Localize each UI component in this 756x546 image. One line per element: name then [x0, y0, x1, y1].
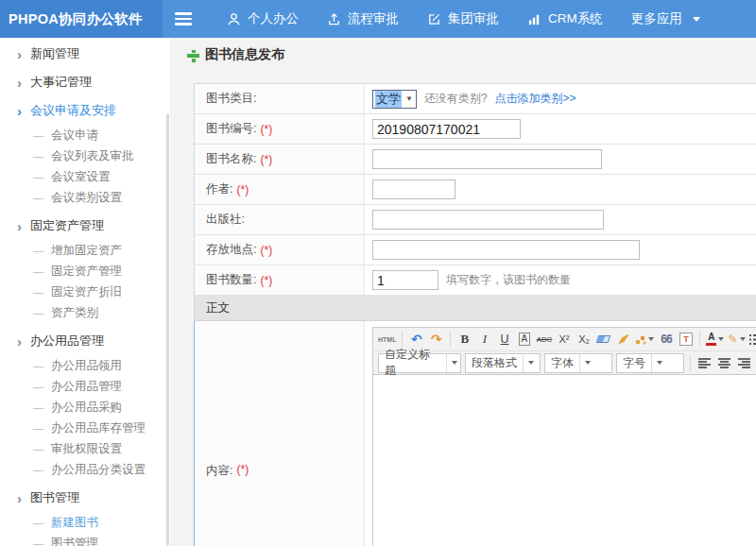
pagebreak-button[interactable]: T [677, 330, 695, 349]
location-input[interactable] [372, 240, 640, 260]
font-size-select[interactable]: 字号 [616, 353, 684, 373]
form-row-location: 存放地点: (*) [195, 235, 756, 265]
align-left-button[interactable] [696, 353, 713, 372]
book-form: 图书类目: 文学 ▼ 还没有类别? 点击添加类别>> 图书编号: (*) [194, 83, 756, 546]
paragraph-format-select[interactable]: 段落格式 [465, 353, 541, 373]
sidebar-item-supplies-classify[interactable]: — 办公用品分类设置 [0, 459, 170, 480]
marker-pen-icon: ✎ [728, 333, 737, 346]
align-center-button[interactable] [715, 353, 733, 372]
redo-button[interactable]: ↷ [427, 330, 445, 349]
nav-process-approval[interactable]: 流程审批 [327, 10, 399, 27]
sidebar-item-supplies-manage[interactable]: — 办公用品管理 [0, 376, 170, 397]
underline-button[interactable]: U [495, 330, 513, 349]
sidebar-item-supplies-purchase[interactable]: — 办公用品采购 [0, 397, 170, 418]
dash-icon: — [33, 286, 43, 298]
nav-label: 个人办公 [248, 10, 299, 27]
sidebar-group-meeting[interactable]: › 会议申请及安排 [0, 96, 170, 125]
sidebar-group-news[interactable]: › 新闻管理 [0, 40, 170, 68]
book-number-input[interactable] [372, 119, 521, 139]
user-icon [227, 12, 241, 26]
author-input[interactable] [372, 179, 455, 199]
align-right-button[interactable] [735, 353, 753, 372]
sidebar-item-supplies-inventory[interactable]: — 办公用品库存管理 [0, 418, 170, 438]
category-select[interactable]: 文学 ▼ [372, 90, 417, 109]
brush-icon [618, 334, 629, 345]
form-row-book-name: 图书名称: (*) [195, 145, 756, 175]
undo-button[interactable]: ↶ [407, 330, 425, 349]
editor-toolbar-row2: 自定义标题 段落格式 字体 字号 [373, 351, 756, 375]
sidebar-item-book-manage[interactable]: — 图书管理 [0, 533, 170, 546]
sidebar-scrollbar[interactable] [166, 113, 169, 546]
field-label: 作者: [206, 181, 232, 197]
field-label: 内容: [206, 463, 232, 479]
form-row-book-number: 图书编号: (*) [195, 114, 756, 145]
align-center-icon [718, 358, 730, 368]
nav-more-apps[interactable]: 更多应用 [631, 10, 700, 27]
section-header-body: 正文 [195, 296, 756, 321]
source-code-button[interactable]: HTML [377, 330, 397, 349]
chevron-right-icon: › [17, 47, 22, 61]
sidebar-group-events[interactable]: › 大事记管理 [0, 68, 170, 96]
required-star: (*) [260, 274, 272, 287]
chevron-right-icon: › [17, 76, 22, 90]
nav-personal-office[interactable]: 个人办公 [227, 10, 299, 27]
sidebar-item-meeting-list[interactable]: — 会议列表及审批 [0, 145, 170, 166]
ordered-list-icon [749, 334, 756, 345]
bold-button[interactable]: B [455, 330, 473, 349]
superscript-button[interactable]: X² [555, 330, 573, 349]
align-left-icon [698, 358, 711, 368]
remove-format-button[interactable] [594, 330, 612, 349]
page-title: 图书信息发布 [186, 46, 284, 63]
field-label: 图书数量: [206, 272, 256, 288]
sidebar-item-meeting-room[interactable]: — 会议室设置 [0, 166, 170, 187]
blockquote-button[interactable]: 66 [657, 330, 675, 349]
category-hint: 还没有类别? [424, 91, 488, 107]
field-label: 出版社: [206, 212, 245, 228]
sidebar-item-meeting-category[interactable]: — 会议类别设置 [0, 187, 170, 208]
sidebar-item-asset-depreciation[interactable]: — 固定资产折旧 [0, 282, 170, 302]
sidebar-item-meeting-apply[interactable]: — 会议申请 [0, 125, 170, 145]
sidebar-item-approval-permission[interactable]: — 审批权限设置 [0, 438, 170, 459]
menu-toggle-icon[interactable] [175, 9, 192, 28]
field-label: 图书名称: [206, 151, 256, 167]
sidebar-item-book-new[interactable]: — 新建图书 [0, 512, 170, 533]
chevron-down-icon [718, 337, 724, 341]
strikethrough-button[interactable]: ABC [535, 330, 553, 349]
chevron-down-icon: ▼ [405, 94, 413, 103]
subscript-button[interactable]: X₂ [575, 330, 593, 349]
dash-icon: — [33, 381, 43, 392]
sidebar-item-asset-manage[interactable]: — 固定资产管理 [0, 261, 170, 282]
nav-label: 集团审批 [448, 10, 499, 27]
chevron-down-icon [693, 17, 700, 22]
chevron-right-icon: › [17, 491, 22, 505]
app-logo: PHPOA协同办公软件 [0, 0, 163, 38]
font-border-button[interactable]: A [519, 333, 531, 346]
eraser-icon [596, 335, 611, 343]
sidebar-group-assets[interactable]: › 固定资产管理 [0, 212, 170, 240]
sidebar-item-supplies-claim[interactable]: — 办公用品领用 [0, 355, 170, 376]
sidebar-item-asset-category[interactable]: — 资产类别 [0, 302, 170, 323]
heading-style-select[interactable]: 自定义标题 [378, 353, 461, 373]
auto-typeset-button[interactable] [634, 330, 655, 349]
sidebar-group-supplies[interactable]: › 办公用品管理 [0, 327, 170, 355]
form-row-publisher: 出版社: [195, 205, 756, 235]
font-color-button[interactable]: A [705, 330, 725, 349]
sidebar-group-books[interactable]: › 图书管理 [0, 484, 170, 512]
chevron-right-icon: › [17, 104, 22, 118]
italic-button[interactable]: I [475, 330, 493, 349]
book-name-input[interactable] [372, 149, 602, 169]
quantity-input[interactable] [372, 270, 438, 290]
nav-label: 更多应用 [631, 10, 682, 27]
editor-content-area[interactable] [373, 375, 756, 546]
ordered-list-button[interactable] [748, 330, 756, 349]
dash-icon: — [33, 360, 43, 371]
nav-group-approval[interactable]: 集团审批 [427, 10, 499, 27]
nav-crm-system[interactable]: CRM系统 [527, 10, 603, 27]
highlight-color-button[interactable]: ✎ [727, 330, 746, 349]
add-category-link[interactable]: 点击添加类别>> [495, 91, 576, 107]
format-match-button[interactable] [614, 330, 632, 349]
sidebar-item-asset-add[interactable]: — 增加固定资产 [0, 240, 170, 261]
dash-icon: — [33, 464, 43, 475]
publisher-input[interactable] [372, 210, 604, 230]
font-family-select[interactable]: 字体 [544, 353, 612, 373]
